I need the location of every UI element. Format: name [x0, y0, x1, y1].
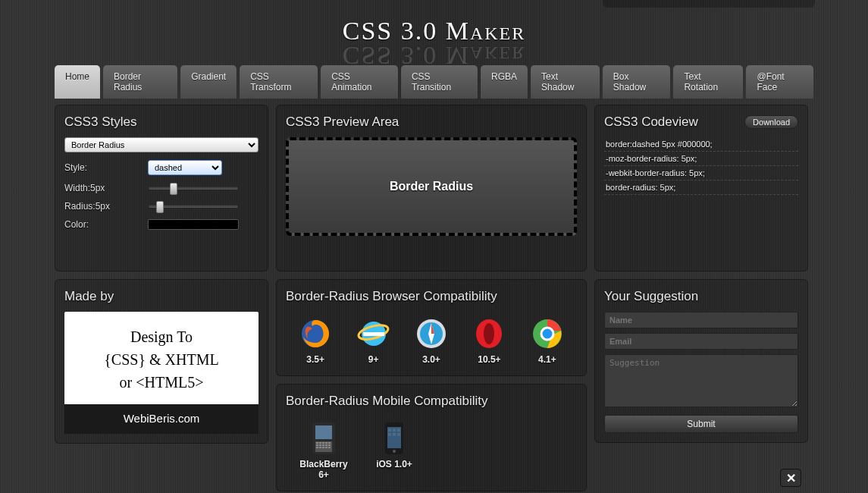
code-line: border-radius: 5px;: [604, 181, 798, 195]
browser-compat-panel: Border-Radius Browser Compatibility 3.5+…: [276, 279, 587, 376]
styles-select[interactable]: Border Radius: [64, 137, 259, 152]
page-title: CSS 3.0 Maker CSS 3.0 Maker: [0, 0, 868, 52]
nav-css-transform[interactable]: CSS Transform: [240, 65, 318, 99]
firefox-label: 3.5+: [306, 354, 324, 365]
svg-rect-36: [397, 429, 400, 432]
svg-rect-29: [325, 447, 327, 448]
svg-rect-20: [328, 442, 331, 444]
compat-firefox: 3.5+: [293, 316, 337, 365]
svg-rect-34: [388, 429, 391, 432]
width-slider-thumb[interactable]: [170, 183, 177, 195]
svg-rect-14: [315, 425, 332, 439]
suggestion-field[interactable]: [604, 354, 798, 407]
nav-text-shadow[interactable]: Text Shadow: [531, 65, 600, 99]
svg-rect-39: [397, 433, 400, 436]
madeby-line1: Design To: [71, 325, 252, 348]
close-icon: ✕: [786, 471, 796, 485]
nav-rgba[interactable]: RGBA: [481, 65, 528, 99]
nav-home[interactable]: Home: [55, 65, 100, 99]
svg-rect-30: [328, 447, 331, 448]
opera-icon: [472, 316, 506, 351]
ie-label: 9+: [368, 354, 379, 365]
code-line: border:dashed 5px #000000;: [604, 137, 798, 152]
main-nav: Home Border Radius Gradient CSS Transfor…: [0, 65, 868, 99]
svg-rect-24: [325, 444, 327, 446]
ios-label: iOS 1.0+: [376, 459, 412, 469]
svg-point-9: [484, 323, 494, 344]
nav-css-animation[interactable]: CSS Animation: [321, 65, 398, 99]
nav-text-rotation[interactable]: Text Rotation: [673, 65, 743, 99]
madeby-footer: WebiBeris.com: [64, 404, 259, 434]
download-button[interactable]: Download: [744, 115, 798, 129]
suggestion-panel: Your Suggestion Submit: [594, 279, 808, 443]
svg-rect-3: [363, 332, 384, 336]
blackberry-label: BlackBerry 6+: [293, 459, 354, 480]
styles-panel-title: CSS3 Styles: [64, 115, 259, 130]
svg-rect-37: [388, 433, 391, 436]
madeby-line3: or <HTML5>: [71, 371, 252, 394]
compat-chrome: 4.1+: [525, 316, 569, 365]
name-field[interactable]: [604, 312, 798, 328]
safari-icon: [414, 316, 449, 351]
svg-rect-25: [328, 444, 331, 446]
compat-opera: 10.5+: [467, 316, 511, 365]
svg-rect-16: [316, 442, 318, 444]
safari-label: 3.0+: [422, 354, 440, 365]
svg-point-33: [393, 450, 396, 453]
width-label: Width:5px: [64, 183, 148, 193]
width-slider[interactable]: [148, 186, 239, 190]
suggestion-title: Your Suggestion: [604, 289, 798, 304]
svg-rect-26: [316, 447, 318, 448]
svg-rect-38: [393, 433, 396, 436]
compat-ios: iOS 1.0+: [368, 421, 421, 480]
radius-slider-thumb[interactable]: [156, 201, 164, 213]
ie-icon: [356, 316, 391, 351]
svg-rect-19: [325, 442, 327, 444]
ios-icon: [377, 421, 412, 456]
style-select[interactable]: dashed: [148, 160, 222, 175]
svg-rect-22: [319, 444, 321, 446]
radius-label: Radius:5px: [64, 201, 148, 212]
chrome-label: 4.1+: [538, 354, 556, 365]
email-field[interactable]: [604, 333, 798, 350]
title-text: CSS 3.0 Maker: [343, 17, 526, 45]
compat-ie: 9+: [351, 316, 395, 365]
preview-panel: CSS3 Preview Area Border Radius: [276, 105, 587, 272]
svg-rect-27: [319, 447, 321, 448]
madeby-title: Made by: [64, 289, 259, 304]
style-label: Style:: [64, 162, 148, 173]
color-label: Color:: [64, 219, 148, 230]
preview-box: Border Radius: [286, 137, 577, 236]
css3-styles-panel: CSS3 Styles Border Radius Style: dashed …: [55, 105, 268, 272]
nav-border-radius[interactable]: Border Radius: [103, 65, 177, 99]
made-by-panel: Made by Design To {CSS} & XHTML or <HTML…: [55, 279, 268, 444]
mobile-compat-panel: Border-Radius Mobile Compatibility Black…: [276, 384, 587, 491]
opera-label: 10.5+: [478, 354, 500, 365]
nav-box-shadow[interactable]: Box Shadow: [603, 65, 671, 99]
firefox-icon: [298, 316, 333, 351]
madeby-line2: {CSS} & XHTML: [71, 348, 252, 371]
nav-css-transition[interactable]: CSS Transition: [401, 65, 478, 99]
preview-text: Border Radius: [390, 180, 473, 193]
close-button[interactable]: ✕: [780, 469, 801, 487]
svg-rect-18: [322, 442, 324, 444]
blackberry-icon: [306, 421, 341, 456]
codeview-panel: CSS3 Codeview Download border:dashed 5px…: [594, 105, 808, 272]
svg-rect-17: [319, 442, 321, 444]
radius-slider[interactable]: [148, 204, 239, 209]
svg-rect-28: [322, 447, 324, 448]
svg-rect-35: [393, 429, 396, 432]
madeby-card[interactable]: Design To {CSS} & XHTML or <HTML5> WebiB…: [64, 312, 259, 434]
submit-button[interactable]: Submit: [604, 415, 798, 433]
nav-gradient[interactable]: Gradient: [180, 65, 237, 99]
mobile-compat-title: Border-Radius Mobile Compatibility: [286, 394, 577, 409]
codeview-title: CSS3 Codeview: [604, 115, 698, 130]
compat-safari: 3.0+: [409, 316, 453, 365]
browser-compat-title: Border-Radius Browser Compatibility: [286, 289, 577, 304]
code-line: -webkit-border-radius: 5px;: [604, 166, 798, 181]
nav-font-face[interactable]: @Font Face: [746, 65, 813, 99]
svg-rect-21: [316, 444, 318, 446]
color-swatch[interactable]: [148, 219, 239, 230]
code-line: -moz-border-radius: 5px;: [604, 152, 798, 166]
chrome-icon: [530, 316, 565, 351]
